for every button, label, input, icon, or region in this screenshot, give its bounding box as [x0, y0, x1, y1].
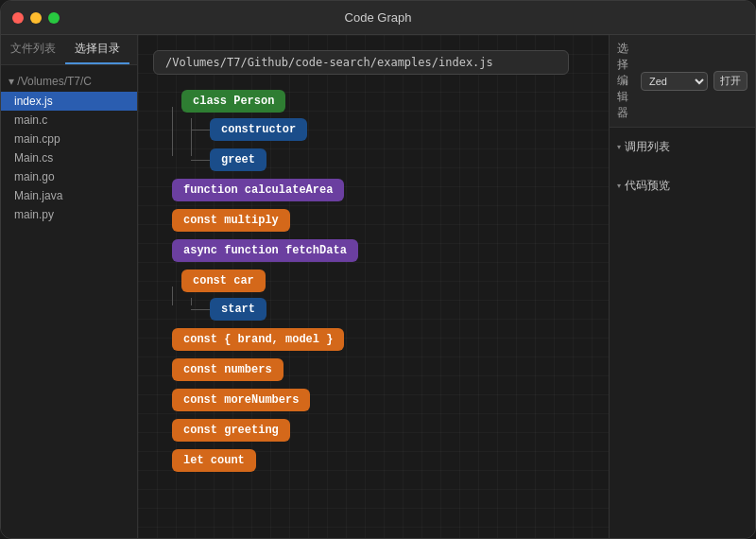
file-item-main-c[interactable]: main.c [1, 111, 137, 130]
file-tree: ▾ /Volumes/T7/C index.js main.c main.cpp… [1, 65, 137, 538]
node-label-let-count: let count [172, 449, 256, 472]
node-constructor[interactable]: constructor [210, 118, 593, 141]
right-toolbar: 选择编辑器 Zed VSCode 打开 [610, 35, 755, 128]
node-label-constructor: constructor [210, 118, 307, 141]
node-label-const-more-numbers: const moreNumbers [172, 389, 310, 411]
file-item-main-cpp[interactable]: main.cpp [1, 130, 137, 148]
section-title-calls: 调用列表 [625, 139, 670, 155]
section-title-preview: 代码预览 [625, 178, 670, 194]
node-let-count[interactable]: let count [172, 449, 593, 472]
sidebar-tabs: 文件列表 选择目录 [1, 35, 137, 65]
node-label-class-person: class Person [181, 90, 285, 113]
tab-file-list[interactable]: 文件列表 [1, 35, 65, 64]
node-const-multiply[interactable]: const multiply [172, 209, 593, 232]
close-button[interactable] [12, 12, 24, 24]
node-const-greeting[interactable]: const greeting [172, 419, 593, 442]
center-panel: /Volumes/T7/Github/code-search/examples/… [138, 35, 609, 538]
node-label-const-numbers: const numbers [172, 358, 284, 381]
node-const-more-numbers[interactable]: const moreNumbers [172, 389, 593, 411]
open-button[interactable]: 打开 [713, 71, 747, 91]
file-path: /Volumes/T7/Github/code-search/examples/… [153, 50, 569, 75]
file-item-main-cs[interactable]: Main.cs [1, 148, 137, 167]
node-label-const-greeting: const greeting [172, 419, 290, 442]
node-label-greet: greet [210, 148, 266, 171]
traffic-lights [12, 12, 60, 24]
file-item-main-py[interactable]: main.py [1, 205, 137, 224]
triangle-icon-preview: ▾ [617, 182, 621, 190]
node-function-calculate-area[interactable]: function calculateArea [172, 179, 593, 201]
right-section-calls: ▾ 调用列表 [610, 128, 755, 166]
file-item-main-java[interactable]: Main.java [1, 186, 137, 205]
editor-label: 选择编辑器 [617, 41, 635, 121]
right-panel: 选择编辑器 Zed VSCode 打开 ▾ 调用列表 ▾ 代码预览 [609, 35, 755, 538]
graph-area: class Person constructor greet [153, 90, 593, 479]
section-header-preview[interactable]: ▾ 代码预览 [617, 174, 747, 198]
node-const-brand-model[interactable]: const { brand, model } [172, 328, 593, 351]
sidebar: 文件列表 选择目录 ▾ /Volumes/T7/C index.js main.… [1, 35, 138, 538]
node-const-numbers[interactable]: const numbers [172, 358, 593, 381]
node-async-function-fetchdata[interactable]: async function fetchData [172, 239, 593, 262]
file-item-index-js[interactable]: index.js [1, 92, 137, 111]
triangle-icon-calls: ▾ [617, 143, 621, 151]
window-title: Code Graph [345, 10, 412, 25]
section-header-calls[interactable]: ▾ 调用列表 [617, 135, 747, 159]
tree-root-label: ▾ /Volumes/T7/C [1, 71, 137, 92]
titlebar: Code Graph [1, 1, 755, 35]
tab-select-dir[interactable]: 选择目录 [65, 35, 129, 64]
node-label-const-car: const car [181, 270, 266, 292]
node-const-car[interactable]: const car [181, 270, 593, 292]
node-label-function-calculate-area: function calculateArea [172, 179, 344, 201]
minimize-button[interactable] [30, 12, 42, 24]
node-label-const-brand-model: const { brand, model } [172, 328, 344, 351]
node-label-async-function-fetchdata: async function fetchData [172, 239, 358, 262]
main-content: 文件列表 选择目录 ▾ /Volumes/T7/C index.js main.… [1, 35, 755, 538]
node-greet[interactable]: greet [210, 148, 593, 171]
editor-select[interactable]: Zed VSCode [641, 72, 708, 91]
node-class-person[interactable]: class Person [181, 90, 593, 113]
main-window: Code Graph 文件列表 选择目录 ▾ /Volumes/T7/C ind… [0, 0, 756, 539]
node-label-const-multiply: const multiply [172, 209, 290, 232]
file-item-main-go[interactable]: main.go [1, 167, 137, 186]
node-label-start: start [210, 298, 266, 321]
right-section-preview: ▾ 代码预览 [610, 166, 755, 205]
maximize-button[interactable] [48, 12, 60, 24]
node-start[interactable]: start [210, 298, 593, 321]
